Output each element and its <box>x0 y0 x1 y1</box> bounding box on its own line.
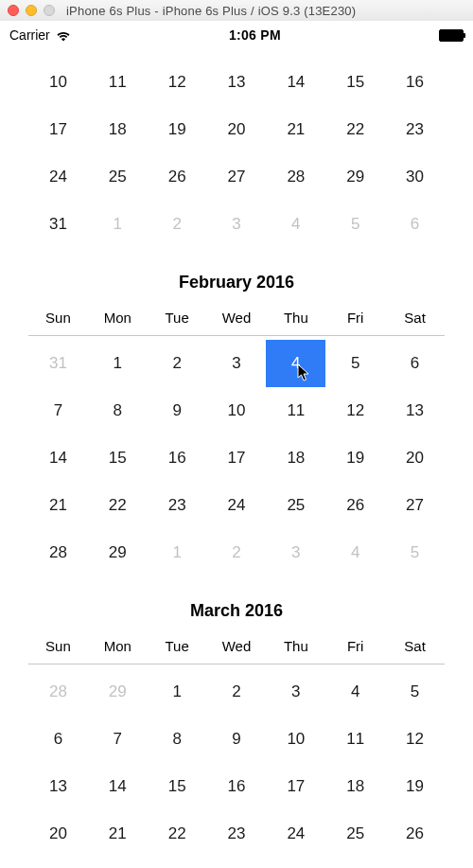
day-cell[interactable]: 21 <box>266 106 325 153</box>
day-cell[interactable]: 3 <box>266 529 325 576</box>
day-cell[interactable]: 25 <box>88 153 148 201</box>
day-cell[interactable]: 28 <box>28 529 88 576</box>
day-cell[interactable]: 18 <box>266 434 325 482</box>
day-cell[interactable]: 11 <box>266 387 325 434</box>
day-cell[interactable]: 10 <box>266 716 325 763</box>
day-cell[interactable]: 20 <box>385 434 445 482</box>
day-cell[interactable]: 20 <box>207 106 267 153</box>
day-cell[interactable]: 29 <box>88 529 148 576</box>
day-cell[interactable]: 13 <box>28 763 88 810</box>
day-cell[interactable]: 30 <box>385 153 445 201</box>
day-cell[interactable]: 23 <box>148 482 207 529</box>
day-cell[interactable]: 13 <box>385 387 445 434</box>
day-cell[interactable]: 13 <box>207 59 267 106</box>
day-cell[interactable]: 1 <box>148 529 207 576</box>
day-cell[interactable]: 16 <box>385 59 445 106</box>
day-cell[interactable]: 9 <box>148 387 207 434</box>
day-cell[interactable]: 31 <box>266 858 325 868</box>
day-cell[interactable]: 1 <box>148 668 207 716</box>
day-cell[interactable]: 24 <box>266 810 325 858</box>
day-cell[interactable]: 24 <box>28 153 88 201</box>
day-cell[interactable]: 29 <box>88 668 148 716</box>
day-cell[interactable]: 28 <box>28 668 88 716</box>
day-cell[interactable]: 25 <box>325 810 385 858</box>
day-cell[interactable]: 1 <box>88 340 148 387</box>
day-cell[interactable]: 21 <box>88 810 148 858</box>
day-cell[interactable]: 4 <box>325 529 385 576</box>
day-cell[interactable]: 11 <box>325 716 385 763</box>
window-minimize-button[interactable] <box>26 5 37 16</box>
day-cell[interactable]: 10 <box>207 387 267 434</box>
day-cell[interactable]: 15 <box>148 763 207 810</box>
day-cell[interactable]: 12 <box>385 716 445 763</box>
day-cell[interactable]: 8 <box>148 716 207 763</box>
day-cell[interactable]: 6 <box>385 201 445 248</box>
day-cell[interactable]: 22 <box>88 482 148 529</box>
day-cell[interactable]: 17 <box>28 106 88 153</box>
day-cell[interactable]: 23 <box>385 106 445 153</box>
day-cell[interactable]: 1 <box>88 201 148 248</box>
day-cell[interactable]: 2 <box>148 201 207 248</box>
day-cell[interactable]: 31 <box>28 340 88 387</box>
day-cell[interactable]: 28 <box>88 858 148 868</box>
day-cell[interactable]: 3 <box>266 668 325 716</box>
day-cell[interactable]: 18 <box>325 763 385 810</box>
day-cell[interactable]: 22 <box>325 106 385 153</box>
day-cell[interactable]: 22 <box>148 810 207 858</box>
day-cell[interactable]: 4 <box>325 668 385 716</box>
calendar-scroll-view[interactable]: 1011121314151617181920212223242526272829… <box>0 49 473 868</box>
day-cell[interactable]: 17 <box>266 763 325 810</box>
day-cell[interactable]: 26 <box>148 153 207 201</box>
day-cell[interactable]: 2 <box>207 529 267 576</box>
day-cell[interactable]: 19 <box>385 763 445 810</box>
day-cell[interactable]: 14 <box>28 434 88 482</box>
day-cell[interactable]: 4 <box>266 340 325 387</box>
day-cell[interactable]: 27 <box>28 858 88 868</box>
day-cell[interactable]: 2 <box>207 668 267 716</box>
day-cell[interactable]: 26 <box>325 482 385 529</box>
day-cell[interactable]: 20 <box>28 810 88 858</box>
day-cell[interactable]: 15 <box>325 59 385 106</box>
day-cell[interactable]: 4 <box>266 201 325 248</box>
day-cell[interactable]: 29 <box>148 858 207 868</box>
day-cell[interactable]: 14 <box>266 59 325 106</box>
day-cell[interactable]: 3 <box>207 340 267 387</box>
day-cell[interactable]: 7 <box>28 387 88 434</box>
day-cell[interactable]: 5 <box>385 668 445 716</box>
day-cell[interactable]: 6 <box>385 340 445 387</box>
day-cell[interactable]: 28 <box>266 153 325 201</box>
day-cell[interactable]: 6 <box>28 716 88 763</box>
day-cell[interactable]: 24 <box>207 482 267 529</box>
day-cell[interactable]: 2 <box>148 340 207 387</box>
day-cell[interactable]: 25 <box>266 482 325 529</box>
day-cell[interactable]: 11 <box>88 59 148 106</box>
day-cell[interactable]: 19 <box>148 106 207 153</box>
day-cell[interactable]: 31 <box>28 201 88 248</box>
day-cell[interactable]: 7 <box>88 716 148 763</box>
day-cell[interactable]: 18 <box>88 106 148 153</box>
day-cell[interactable]: 5 <box>325 340 385 387</box>
window-close-button[interactable] <box>8 5 19 16</box>
day-cell[interactable]: 3 <box>207 201 267 248</box>
day-cell[interactable]: 16 <box>207 763 267 810</box>
day-cell[interactable]: 17 <box>207 434 267 482</box>
day-cell[interactable]: 27 <box>385 482 445 529</box>
day-cell[interactable]: 16 <box>148 434 207 482</box>
day-cell[interactable]: 9 <box>207 716 267 763</box>
day-cell[interactable]: 5 <box>385 529 445 576</box>
day-cell[interactable]: 23 <box>207 810 267 858</box>
window-zoom-button[interactable] <box>44 5 55 16</box>
day-cell[interactable]: 12 <box>148 59 207 106</box>
day-cell[interactable]: 27 <box>207 153 267 201</box>
day-cell[interactable]: 26 <box>385 810 445 858</box>
day-cell[interactable]: 19 <box>325 434 385 482</box>
day-cell[interactable]: 21 <box>28 482 88 529</box>
day-cell[interactable]: 30 <box>207 858 267 868</box>
day-cell[interactable]: 1 <box>325 858 385 868</box>
day-cell[interactable]: 29 <box>325 153 385 201</box>
day-cell[interactable]: 12 <box>325 387 385 434</box>
day-cell[interactable]: 10 <box>28 59 88 106</box>
day-cell[interactable]: 14 <box>88 763 148 810</box>
day-cell[interactable]: 8 <box>88 387 148 434</box>
day-cell[interactable]: 15 <box>88 434 148 482</box>
